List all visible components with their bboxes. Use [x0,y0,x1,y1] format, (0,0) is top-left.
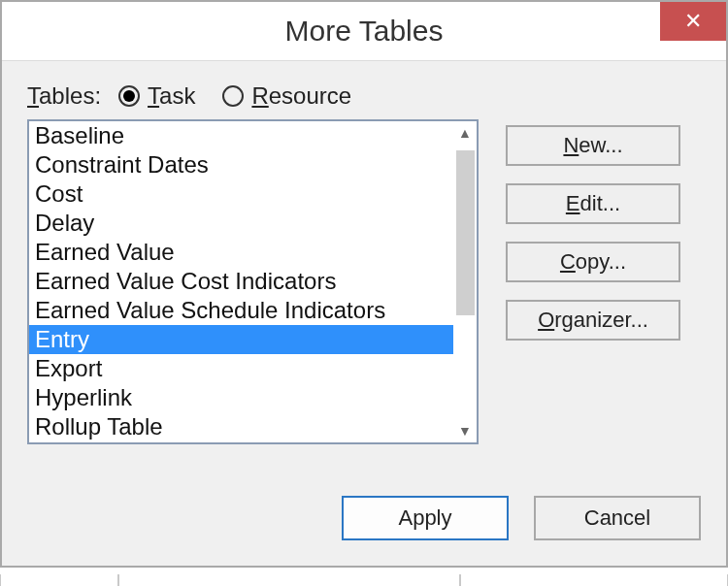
list-items: BaselineConstraint DatesCostDelayEarned … [29,121,453,442]
dialog-window: More Tables ✕ Tables: Task Resource Base… [0,0,728,568]
radio-resource-label: Resource [251,82,351,110]
list-item[interactable]: Earned Value Schedule Indicators [29,296,453,325]
apply-button-label: Apply [398,505,451,531]
dialog-body: Tables: Task Resource BaselineConstraint… [2,61,726,444]
close-icon: ✕ [684,9,702,33]
side-buttons: New... Edit... Copy... Organizer... [506,119,680,341]
bottom-buttons: Apply Cancel [342,496,701,540]
list-item[interactable]: Earned Value [29,238,453,267]
radio-resource[interactable]: Resource [222,82,351,110]
list-item[interactable]: Baseline [29,121,453,150]
list-item[interactable]: Export [29,354,453,383]
titlebar: More Tables ✕ [2,2,726,61]
tab-stub [118,574,460,586]
edit-button-label: Edit... [566,191,620,216]
list-item[interactable]: Entry [29,325,453,354]
dialog-title: More Tables [2,2,726,60]
list-item[interactable]: Constraint Dates [29,150,453,179]
filter-row: Tables: Task Resource [27,82,701,110]
list-item[interactable]: Earned Value Cost Indicators [29,267,453,296]
scroll-down-icon[interactable]: ▼ [453,419,477,442]
scroll-thumb[interactable] [456,150,475,315]
organizer-button[interactable]: Organizer... [506,300,680,341]
radio-icon [222,85,244,107]
copy-button[interactable]: Copy... [506,242,680,282]
cancel-button[interactable]: Cancel [534,496,701,540]
tab-stub [460,574,728,586]
tab-stubs [0,574,728,586]
tab-stub [0,574,118,586]
list-item[interactable]: Cost [29,179,453,209]
scrollbar[interactable]: ▲ ▼ [453,121,477,442]
edit-button[interactable]: Edit... [506,183,680,224]
copy-button-label: Copy... [560,249,626,275]
tables-label: Tables: [27,82,101,110]
main-row: BaselineConstraint DatesCostDelayEarned … [27,119,701,444]
scroll-up-icon[interactable]: ▲ [453,121,477,145]
radio-icon [118,85,140,107]
radio-task[interactable]: Task [118,82,195,110]
new-button[interactable]: New... [506,125,680,166]
list-item[interactable]: Delay [29,209,453,238]
list-item[interactable]: Hyperlink [29,383,453,412]
apply-button[interactable]: Apply [342,496,509,540]
list-item[interactable]: Rollup Table [29,412,453,441]
organizer-button-label: Organizer... [538,308,648,333]
radio-task-label: Task [148,82,195,110]
tables-listbox[interactable]: BaselineConstraint DatesCostDelayEarned … [27,119,479,444]
cancel-button-label: Cancel [584,505,650,531]
close-button[interactable]: ✕ [660,2,726,41]
new-button-label: New... [563,133,622,158]
